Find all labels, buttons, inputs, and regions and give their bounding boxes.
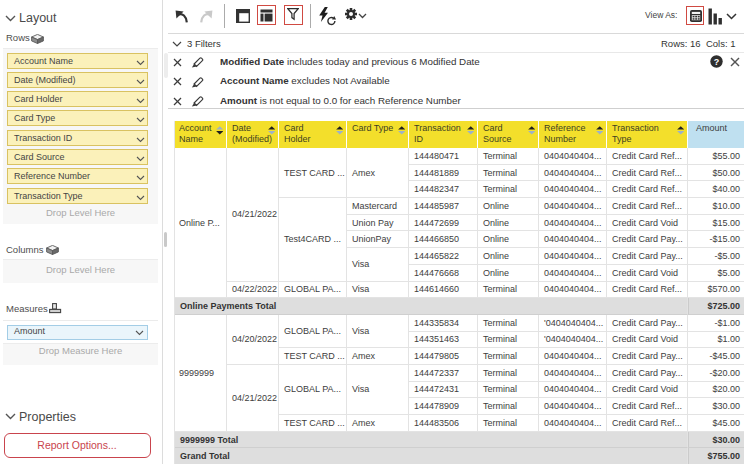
svg-text:?: ?: [714, 57, 720, 67]
